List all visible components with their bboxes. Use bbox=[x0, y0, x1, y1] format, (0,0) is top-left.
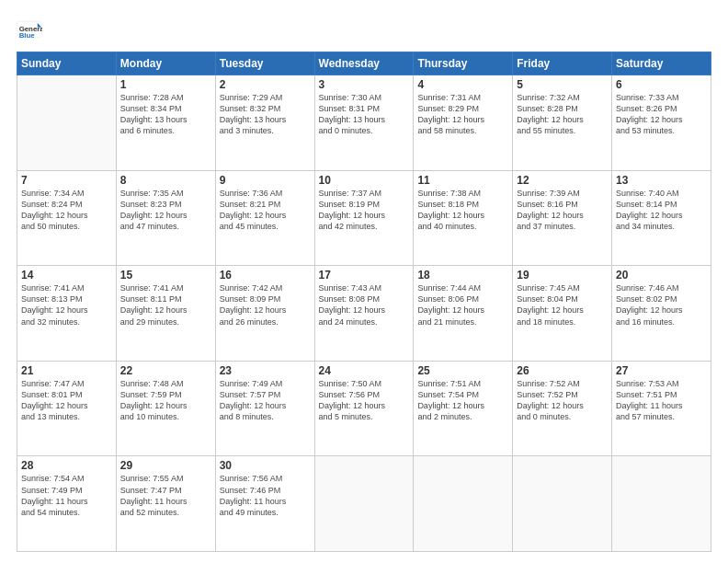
day-number: 25 bbox=[417, 364, 508, 377]
calendar-day-cell: 14Sunrise: 7:41 AMSunset: 8:13 PMDayligh… bbox=[17, 266, 117, 362]
calendar-header-row: SundayMondayTuesdayWednesdayThursdayFrid… bbox=[17, 52, 711, 75]
calendar-day-cell: 27Sunrise: 7:53 AMSunset: 7:51 PMDayligh… bbox=[612, 361, 711, 456]
day-info: Sunrise: 7:48 AMSunset: 7:59 PMDaylight:… bbox=[120, 378, 211, 423]
weekday-header-friday: Friday bbox=[513, 52, 612, 75]
day-number: 15 bbox=[120, 269, 211, 282]
calendar-day-cell: 5Sunrise: 7:32 AMSunset: 8:28 PMDaylight… bbox=[513, 75, 612, 171]
day-info: Sunrise: 7:30 AMSunset: 8:31 PMDaylight:… bbox=[319, 92, 410, 137]
day-info: Sunrise: 7:53 AMSunset: 7:51 PMDaylight:… bbox=[616, 378, 707, 423]
weekday-header-sunday: Sunday bbox=[17, 52, 117, 75]
day-info: Sunrise: 7:54 AMSunset: 7:49 PMDaylight:… bbox=[21, 473, 112, 518]
calendar-day-cell: 1Sunrise: 7:28 AMSunset: 8:34 PMDaylight… bbox=[116, 75, 215, 171]
weekday-header-wednesday: Wednesday bbox=[314, 52, 414, 75]
day-number: 17 bbox=[319, 269, 410, 282]
day-number: 28 bbox=[21, 459, 112, 472]
day-number: 4 bbox=[417, 78, 508, 91]
calendar-day-cell: 22Sunrise: 7:48 AMSunset: 7:59 PMDayligh… bbox=[116, 361, 215, 456]
day-number: 13 bbox=[616, 174, 707, 187]
day-number: 30 bbox=[220, 459, 311, 472]
calendar-empty-cell bbox=[414, 456, 513, 552]
calendar-day-cell: 26Sunrise: 7:52 AMSunset: 7:52 PMDayligh… bbox=[513, 361, 612, 456]
weekday-header-saturday: Saturday bbox=[612, 52, 711, 75]
logo: General Blue bbox=[17, 17, 46, 42]
day-info: Sunrise: 7:55 AMSunset: 7:47 PMDaylight:… bbox=[120, 473, 211, 518]
day-number: 18 bbox=[417, 269, 508, 282]
day-number: 26 bbox=[517, 364, 608, 377]
day-number: 12 bbox=[517, 174, 608, 187]
day-info: Sunrise: 7:45 AMSunset: 8:04 PMDaylight:… bbox=[517, 282, 608, 327]
day-info: Sunrise: 7:43 AMSunset: 8:08 PMDaylight:… bbox=[319, 282, 410, 327]
day-info: Sunrise: 7:28 AMSunset: 8:34 PMDaylight:… bbox=[120, 92, 211, 137]
day-number: 8 bbox=[120, 174, 211, 187]
day-info: Sunrise: 7:31 AMSunset: 8:29 PMDaylight:… bbox=[417, 92, 508, 137]
calendar-empty-cell bbox=[17, 75, 117, 171]
day-number: 27 bbox=[616, 364, 707, 377]
calendar-day-cell: 29Sunrise: 7:55 AMSunset: 7:47 PMDayligh… bbox=[116, 456, 215, 552]
calendar-empty-cell bbox=[314, 456, 414, 552]
header: General Blue bbox=[17, 17, 711, 42]
day-number: 11 bbox=[417, 174, 508, 187]
calendar-week-row: 1Sunrise: 7:28 AMSunset: 8:34 PMDaylight… bbox=[17, 75, 711, 171]
calendar-day-cell: 7Sunrise: 7:34 AMSunset: 8:24 PMDaylight… bbox=[17, 170, 117, 266]
calendar-week-row: 7Sunrise: 7:34 AMSunset: 8:24 PMDaylight… bbox=[17, 170, 711, 266]
calendar-day-cell: 8Sunrise: 7:35 AMSunset: 8:23 PMDaylight… bbox=[116, 170, 215, 266]
day-number: 29 bbox=[120, 459, 211, 472]
day-number: 9 bbox=[220, 174, 311, 187]
day-info: Sunrise: 7:40 AMSunset: 8:14 PMDaylight:… bbox=[616, 188, 707, 233]
calendar-day-cell: 10Sunrise: 7:37 AMSunset: 8:19 PMDayligh… bbox=[314, 170, 414, 266]
calendar-day-cell: 4Sunrise: 7:31 AMSunset: 8:29 PMDaylight… bbox=[414, 75, 513, 171]
calendar-day-cell: 24Sunrise: 7:50 AMSunset: 7:56 PMDayligh… bbox=[314, 361, 414, 456]
day-info: Sunrise: 7:50 AMSunset: 7:56 PMDaylight:… bbox=[319, 378, 410, 423]
calendar-day-cell: 19Sunrise: 7:45 AMSunset: 8:04 PMDayligh… bbox=[513, 266, 612, 362]
calendar-week-row: 21Sunrise: 7:47 AMSunset: 8:01 PMDayligh… bbox=[17, 361, 711, 456]
calendar-day-cell: 3Sunrise: 7:30 AMSunset: 8:31 PMDaylight… bbox=[314, 75, 414, 171]
day-info: Sunrise: 7:41 AMSunset: 8:13 PMDaylight:… bbox=[21, 282, 112, 327]
day-number: 6 bbox=[616, 78, 707, 91]
day-info: Sunrise: 7:33 AMSunset: 8:26 PMDaylight:… bbox=[616, 92, 707, 137]
calendar-empty-cell bbox=[513, 456, 612, 552]
day-number: 7 bbox=[21, 174, 112, 187]
calendar-day-cell: 16Sunrise: 7:42 AMSunset: 8:09 PMDayligh… bbox=[215, 266, 314, 362]
day-info: Sunrise: 7:44 AMSunset: 8:06 PMDaylight:… bbox=[417, 282, 508, 327]
calendar-table: SundayMondayTuesdayWednesdayThursdayFrid… bbox=[17, 52, 711, 552]
day-info: Sunrise: 7:49 AMSunset: 7:57 PMDaylight:… bbox=[220, 378, 311, 423]
calendar-day-cell: 2Sunrise: 7:29 AMSunset: 8:32 PMDaylight… bbox=[215, 75, 314, 171]
logo-icon: General Blue bbox=[17, 17, 42, 42]
day-number: 19 bbox=[517, 269, 608, 282]
calendar-day-cell: 13Sunrise: 7:40 AMSunset: 8:14 PMDayligh… bbox=[612, 170, 711, 266]
calendar-day-cell: 9Sunrise: 7:36 AMSunset: 8:21 PMDaylight… bbox=[215, 170, 314, 266]
day-number: 3 bbox=[319, 78, 410, 91]
calendar-day-cell: 12Sunrise: 7:39 AMSunset: 8:16 PMDayligh… bbox=[513, 170, 612, 266]
calendar-day-cell: 21Sunrise: 7:47 AMSunset: 8:01 PMDayligh… bbox=[17, 361, 117, 456]
day-info: Sunrise: 7:35 AMSunset: 8:23 PMDaylight:… bbox=[120, 188, 211, 233]
weekday-header-thursday: Thursday bbox=[414, 52, 513, 75]
day-info: Sunrise: 7:39 AMSunset: 8:16 PMDaylight:… bbox=[517, 188, 608, 233]
day-number: 22 bbox=[120, 364, 211, 377]
day-info: Sunrise: 7:56 AMSunset: 7:46 PMDaylight:… bbox=[220, 473, 311, 518]
day-number: 20 bbox=[616, 269, 707, 282]
weekday-header-monday: Monday bbox=[116, 52, 215, 75]
calendar-day-cell: 17Sunrise: 7:43 AMSunset: 8:08 PMDayligh… bbox=[314, 266, 414, 362]
day-number: 16 bbox=[220, 269, 311, 282]
day-info: Sunrise: 7:47 AMSunset: 8:01 PMDaylight:… bbox=[21, 378, 112, 423]
calendar-day-cell: 30Sunrise: 7:56 AMSunset: 7:46 PMDayligh… bbox=[215, 456, 314, 552]
day-number: 21 bbox=[21, 364, 112, 377]
day-info: Sunrise: 7:36 AMSunset: 8:21 PMDaylight:… bbox=[220, 188, 311, 233]
day-number: 2 bbox=[220, 78, 311, 91]
calendar-day-cell: 23Sunrise: 7:49 AMSunset: 7:57 PMDayligh… bbox=[215, 361, 314, 456]
day-number: 24 bbox=[319, 364, 410, 377]
day-info: Sunrise: 7:32 AMSunset: 8:28 PMDaylight:… bbox=[517, 92, 608, 137]
calendar-empty-cell bbox=[612, 456, 711, 552]
svg-text:Blue: Blue bbox=[19, 31, 36, 40]
calendar-day-cell: 25Sunrise: 7:51 AMSunset: 7:54 PMDayligh… bbox=[414, 361, 513, 456]
day-info: Sunrise: 7:46 AMSunset: 8:02 PMDaylight:… bbox=[616, 282, 707, 327]
day-info: Sunrise: 7:42 AMSunset: 8:09 PMDaylight:… bbox=[220, 282, 311, 327]
day-number: 23 bbox=[220, 364, 311, 377]
day-info: Sunrise: 7:51 AMSunset: 7:54 PMDaylight:… bbox=[417, 378, 508, 423]
day-number: 14 bbox=[21, 269, 112, 282]
calendar-week-row: 28Sunrise: 7:54 AMSunset: 7:49 PMDayligh… bbox=[17, 456, 711, 552]
calendar-day-cell: 20Sunrise: 7:46 AMSunset: 8:02 PMDayligh… bbox=[612, 266, 711, 362]
day-info: Sunrise: 7:38 AMSunset: 8:18 PMDaylight:… bbox=[417, 188, 508, 233]
day-info: Sunrise: 7:34 AMSunset: 8:24 PMDaylight:… bbox=[21, 188, 112, 233]
calendar-day-cell: 11Sunrise: 7:38 AMSunset: 8:18 PMDayligh… bbox=[414, 170, 513, 266]
